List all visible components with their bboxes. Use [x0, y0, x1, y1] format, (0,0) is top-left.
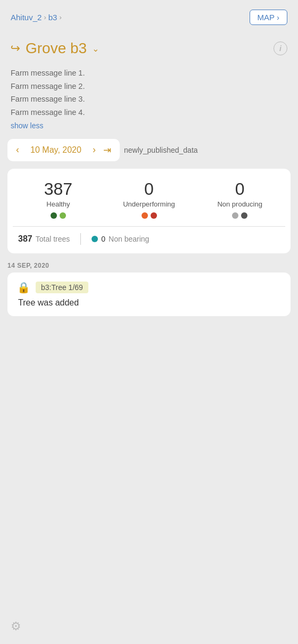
- healthy-dots: [51, 212, 66, 219]
- breadcrumb: Ahituv_2 › b3 ›: [11, 13, 62, 22]
- grove-dropdown-icon[interactable]: ⌄: [92, 44, 99, 54]
- date-last-button[interactable]: ⇥: [103, 144, 111, 156]
- non-producing-dot-2: [241, 212, 247, 219]
- selected-date: 10 May, 2020: [27, 145, 85, 155]
- underperforming-dot-2: [151, 212, 157, 219]
- breadcrumb-chevron: ›: [44, 13, 46, 21]
- tree-card[interactable]: 🔒 b3:Tree 1/69 Tree was added: [7, 273, 291, 316]
- farm-message-2: Farm message line 2.: [11, 80, 287, 93]
- non-bearing-label: Non bearing: [109, 235, 149, 243]
- grove-header: ↩ Grove b3 ⌄ i: [0, 30, 298, 61]
- show-less-link[interactable]: show less: [11, 121, 43, 130]
- stats-card: 387 Healthy 0 Underperforming 0 Non prod…: [7, 169, 291, 253]
- total-trees-count: 387: [18, 234, 32, 244]
- stats-footer: 387 Total trees 0 Non bearing: [13, 233, 285, 245]
- breadcrumb-parent[interactable]: Ahituv_2: [11, 13, 42, 22]
- farm-message-1: Farm message line 1.: [11, 67, 287, 80]
- date-prev-button[interactable]: ‹: [16, 144, 19, 155]
- stat-healthy[interactable]: 387 Healthy: [13, 179, 104, 219]
- farm-message-3: Farm message line 3.: [11, 93, 287, 106]
- map-button[interactable]: MAP ›: [250, 10, 287, 25]
- healthy-dot-2: [60, 212, 66, 219]
- healthy-label: Healthy: [46, 200, 70, 208]
- date-selector: ‹ 10 May, 2020 › ⇥: [7, 139, 120, 161]
- breadcrumb-chevron-2: ›: [59, 13, 61, 21]
- grove-title: Grove b3: [26, 40, 87, 57]
- tree-tag: b3:Tree 1/69: [36, 282, 88, 293]
- date-section: ‹ 10 May, 2020 › ⇥ newly_published_data: [0, 134, 298, 167]
- breadcrumb-child[interactable]: b3: [48, 13, 57, 22]
- section-date-label: 14 SEP, 2020: [0, 258, 298, 273]
- top-navigation: Ahituv_2 › b3 › MAP ›: [0, 0, 298, 30]
- underperforming-dots: [142, 212, 157, 219]
- grove-title-group: ↩ Grove b3 ⌄: [11, 40, 99, 57]
- lock-icon: 🔒: [17, 281, 30, 294]
- settings-footer: ⚙: [11, 620, 21, 633]
- settings-icon[interactable]: ⚙: [11, 620, 21, 633]
- back-arrow-icon[interactable]: ↩: [11, 42, 20, 55]
- non-bearing-dot: [92, 236, 98, 242]
- tree-card-header: 🔒 b3:Tree 1/69: [17, 281, 281, 294]
- info-icon[interactable]: i: [274, 42, 287, 55]
- stat-non-producing[interactable]: 0 Non producing: [194, 179, 285, 219]
- stats-divider: [13, 226, 285, 227]
- stats-row: 387 Healthy 0 Underperforming 0 Non prod…: [13, 179, 285, 219]
- non-producing-label: Non producing: [217, 200, 262, 208]
- tree-message: Tree was added: [17, 298, 281, 308]
- non-producing-dots: [232, 212, 247, 219]
- non-producing-dot-1: [232, 212, 238, 219]
- newly-published-label: newly_published_data: [124, 146, 198, 154]
- farm-messages: Farm message line 1. Farm message line 2…: [0, 61, 298, 134]
- healthy-dot-1: [51, 212, 57, 219]
- underperforming-dot-1: [142, 212, 148, 219]
- underperforming-count: 0: [144, 179, 154, 199]
- non-bearing-count: 0: [101, 235, 105, 243]
- underperforming-label: Underperforming: [123, 200, 175, 208]
- farm-message-4: Farm message line 4.: [11, 106, 287, 119]
- stat-underperforming[interactable]: 0 Underperforming: [104, 179, 195, 219]
- footer-divider: [80, 233, 81, 245]
- healthy-count: 387: [44, 179, 72, 199]
- total-trees-label: Total trees: [36, 235, 70, 243]
- non-producing-count: 0: [235, 179, 245, 199]
- date-next-button[interactable]: ›: [93, 144, 96, 155]
